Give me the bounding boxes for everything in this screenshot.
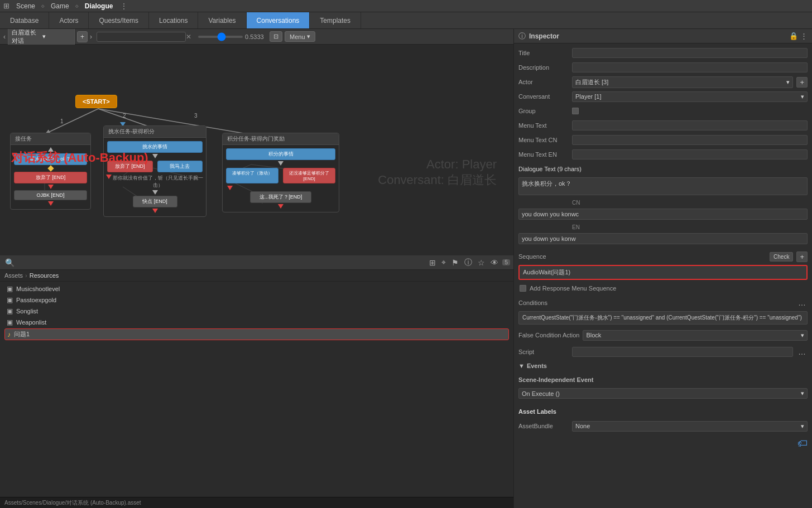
search-clear-icon[interactable]: ✕ <box>186 33 191 41</box>
node-ojbk: OJBK [END] <box>14 190 87 200</box>
more-options-icon[interactable]: ⋮ <box>800 32 808 40</box>
cn-input[interactable]: you down you konwc <box>518 209 808 220</box>
asset-name-passtoexpgold: Passtoexpgold <box>16 297 56 303</box>
asset-item-weaponlist[interactable]: ▣ Weaponlist <box>4 317 509 327</box>
connector-row-top <box>13 147 88 152</box>
title-label: Title <box>518 50 569 56</box>
false-condition-dropdown[interactable]: Block ▾ <box>583 330 808 341</box>
menu-dropdown-icon: ▾ <box>307 33 310 40</box>
zoom-slider[interactable] <box>198 36 243 38</box>
asset-bundle-arrow: ▾ <box>801 423 804 430</box>
asset-labels-title: Asset Labels <box>518 408 556 415</box>
menu-label: Menu <box>290 33 305 40</box>
add-conversation-btn[interactable]: + <box>77 31 88 42</box>
assets-file-list: ▣ Musicshootlevel ▣ Passtoexpgold ▣ Song… <box>0 282 513 497</box>
canvas-toolbar: ‹ 白眉道长对话 ▾ + › ✕ 0.5333 ⊡ Menu ▾ <box>0 29 513 45</box>
script-value[interactable] <box>572 347 793 357</box>
group-jierenwu: 接任务 挑水换积分，ok？ 放弃了 [END] OJBK [END] <box>10 133 91 210</box>
group-tiaoshuirenwu-title: 挑水任务-获得积分 <box>104 126 206 138</box>
node-haiyoujifencha: 还没凑够足够积分了 [END] <box>283 168 335 183</box>
asset-item-passtoexpgold[interactable]: ▣ Passtoexpgold <box>4 295 509 305</box>
false-condition-value: Block <box>586 332 601 338</box>
canvas-search-input[interactable] <box>97 32 186 42</box>
tab-locations[interactable]: Locations <box>149 12 198 28</box>
tab-conversations[interactable]: Conversations <box>247 12 310 28</box>
conversation-name-label: 白眉道长对话 <box>12 29 40 45</box>
conversation-selector[interactable]: 白眉道长对话 ▾ <box>8 29 75 47</box>
node-zhewosile: 这...我死了？[END] <box>250 191 311 203</box>
canvas-area[interactable]: <START> 1 2 3 接任务 挑水换积分，ok？ <box>0 45 513 255</box>
en-input[interactable]: you down you konw <box>518 233 808 244</box>
conditions-dots-btn[interactable]: … <box>796 298 808 307</box>
node-end-fanqidiao: 放弃了 [END] <box>14 172 87 183</box>
menu-text-en-value[interactable] <box>572 149 808 159</box>
file-icon-2: ▣ <box>7 296 13 304</box>
node-kuaidian: 快点 [END] <box>133 196 177 207</box>
tag-bottom-icon[interactable]: 🏷 <box>797 438 808 449</box>
menu-text-cn-value[interactable] <box>572 135 808 145</box>
canvas-menu-btn[interactable]: Menu ▾ <box>285 31 315 42</box>
events-toggle[interactable]: ▼ Events <box>518 360 808 371</box>
inspector-panel: ⓘ Inspector 🔒 ⋮ Title Description Actor <box>513 29 812 508</box>
sequence-check-btn[interactable]: Check <box>770 252 793 262</box>
sequence-plus-btn[interactable]: + <box>796 251 808 262</box>
group-checkbox[interactable] <box>572 108 579 114</box>
tab-templates[interactable]: Templates <box>310 12 361 28</box>
asset-bundle-dropdown[interactable]: None ▾ <box>572 421 808 432</box>
down-connector-4 <box>278 161 284 166</box>
actor-plus-btn[interactable]: + <box>796 77 808 88</box>
script-dots-btn[interactable]: … <box>796 347 808 356</box>
group-jierenwu-title: 接任务 <box>11 133 90 145</box>
tab-variables[interactable]: Variables <box>198 12 246 28</box>
actor-dropdown[interactable]: 白眉道长 [3] ▾ <box>572 76 793 88</box>
node-mashanqu: 我马上去 <box>157 161 203 172</box>
tab-quests-items[interactable]: Quests/Items <box>89 12 149 28</box>
grid-icon: ⊞ <box>3 2 9 10</box>
star-icon[interactable]: ☆ <box>476 258 487 267</box>
search-icon[interactable]: 🔍 <box>3 258 16 267</box>
description-value[interactable] <box>572 62 808 72</box>
asset-item-wenti1[interactable]: ♪ 问题1 <box>4 328 509 340</box>
title-value[interactable] <box>572 48 808 58</box>
sequence-value[interactable]: AudioWait(问题1) <box>518 265 808 280</box>
eye-icon[interactable]: 👁 <box>489 258 500 267</box>
conditions-text[interactable]: CurrentQuestState("门派任务-挑水") == "unassig… <box>518 311 808 325</box>
events-label: Events <box>527 362 547 369</box>
add-response-label: Add Response Menu Sequence <box>530 285 616 292</box>
chevron-right-icon[interactable]: › <box>90 33 92 41</box>
more-options-icon[interactable]: ⋮ <box>121 2 127 10</box>
field-row-title: Title <box>518 47 808 59</box>
on-execute-dropdown[interactable]: On Execute () ▾ <box>518 388 808 399</box>
menu-scene[interactable]: Scene <box>12 2 40 10</box>
group-jifenrenwu: 积分任务-获得内门奖励 积分的事情 凑够积分了（激动） 还没凑够足够积分了 [E… <box>222 133 339 212</box>
lock-icon[interactable]: 🔒 <box>789 32 798 40</box>
asset-item-musicshootlevel[interactable]: ▣ Musicshootlevel <box>4 284 509 294</box>
connector-bottom-2 <box>13 201 88 206</box>
breadcrumb-assets[interactable]: Assets <box>4 272 23 279</box>
add-response-checkbox[interactable] <box>520 285 526 292</box>
asset-bundle-value: None <box>575 423 590 429</box>
menu-dialogue[interactable]: Dialogue <box>80 2 118 10</box>
breadcrumb-resources[interactable]: Resources <box>30 272 59 279</box>
menu-game[interactable]: Game <box>46 2 74 10</box>
tab-database[interactable]: Database <box>0 12 49 28</box>
chevron-left-icon[interactable]: ‹ <box>3 33 6 41</box>
info-icon[interactable]: ⓘ <box>463 258 474 268</box>
field-row-asset-bundle: AssetBundle None ▾ <box>518 420 808 432</box>
fit-canvas-btn[interactable]: ⊡ <box>270 31 282 42</box>
file-icon-1: ▣ <box>7 285 13 293</box>
grid-view-icon[interactable]: ⊞ <box>427 258 438 267</box>
conversant-dropdown[interactable]: Player [1] ▾ <box>572 91 808 102</box>
menu-text-value[interactable] <box>572 120 808 130</box>
on-execute-label: On Execute () <box>522 390 560 397</box>
cursor-icon[interactable]: ⌖ <box>440 258 448 267</box>
asset-item-songlist[interactable]: ▣ Songlist <box>4 306 509 316</box>
main-layout: ‹ 白眉道长对话 ▾ + › ✕ 0.5333 ⊡ Menu ▾ <box>0 29 812 508</box>
field-row-group: Group <box>518 105 808 117</box>
tag-icon[interactable]: ⚑ <box>450 258 460 267</box>
connector-bottom-1 <box>13 185 88 189</box>
dialogue-text-input[interactable]: 挑水换积分，ok？ <box>518 177 808 195</box>
group-tiaoshuirenwu: 挑水任务-获得积分 挑水的事情 放弃了 [END] 我马上去 那你就没有价值了，… <box>103 125 206 217</box>
music-icon: ♪ <box>7 331 11 338</box>
tab-actors[interactable]: Actors <box>49 12 89 28</box>
